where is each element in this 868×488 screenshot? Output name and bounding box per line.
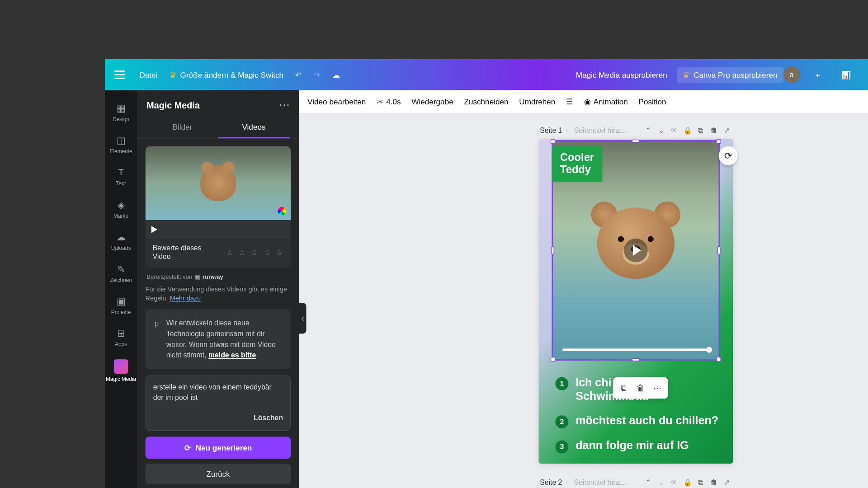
- page-down-button[interactable]: ⌄: [656, 126, 666, 136]
- flip-button[interactable]: Umdrehen: [519, 97, 555, 106]
- resize-handle-tl[interactable]: [551, 139, 556, 144]
- rail-apps[interactable]: ⊞Apps: [105, 321, 137, 353]
- redo-button[interactable]: ↷: [314, 70, 320, 79]
- edit-video-button[interactable]: Video bearbeiten: [307, 97, 366, 106]
- regenerate-button[interactable]: ⟳ Neu generieren: [146, 437, 291, 459]
- tool-rail: ▦Design ◫Elemente TText ◈Marke ☁Uploads …: [105, 90, 137, 488]
- runway-icon: ▣: [195, 273, 200, 280]
- delete-button[interactable]: 🗑: [633, 380, 648, 395]
- title-tag[interactable]: Cooler Teddy: [552, 146, 603, 182]
- crop-button[interactable]: Zuschneiden: [464, 97, 508, 106]
- rail-design[interactable]: ▦Design: [105, 96, 137, 128]
- expand-page-button[interactable]: ⤢: [722, 126, 731, 136]
- list-item[interactable]: 3 dann folge mir auf IG: [555, 439, 721, 453]
- rail-elements[interactable]: ◫Elemente: [105, 128, 137, 160]
- video-thumbnail[interactable]: [146, 146, 291, 220]
- hide-page-button[interactable]: 👁: [670, 478, 679, 488]
- rate-label: Bewerte dieses Video: [152, 244, 221, 261]
- video-play-button[interactable]: [151, 226, 157, 233]
- page-1-label: Seite 1: [540, 127, 562, 135]
- refresh-element-button[interactable]: ⟳: [719, 146, 738, 165]
- trash-icon: 🗑: [637, 383, 645, 393]
- stage[interactable]: Seite 1- Seitentitel hinz... ⌃ ⌄ 👁 🔒 ⧉ 🗑…: [299, 114, 868, 488]
- list-icon[interactable]: ☰: [566, 97, 573, 106]
- hide-page-button[interactable]: 👁: [670, 126, 679, 136]
- regenerate-icon: ⟳: [184, 443, 191, 452]
- prompt-textarea[interactable]: erstelle ein video von einem teddybär de…: [146, 375, 291, 431]
- star-4[interactable]: ☆: [264, 247, 271, 257]
- page-down-button[interactable]: ⌄: [656, 478, 666, 488]
- clear-prompt-button[interactable]: Löschen: [153, 413, 283, 423]
- page-2-title-input[interactable]: Seitentitel hinz...: [571, 478, 640, 488]
- rules-link[interactable]: Mehr dazu: [170, 295, 201, 302]
- resize-handle-b[interactable]: [632, 358, 640, 361]
- star-2[interactable]: ☆: [238, 247, 246, 257]
- delete-page-button[interactable]: 🗑: [709, 478, 718, 488]
- lock-page-button[interactable]: 🔒: [683, 126, 692, 136]
- teddy-preview: [200, 165, 236, 201]
- resize-handle-tr[interactable]: [716, 139, 721, 144]
- playback-button[interactable]: Wiedergabe: [411, 97, 453, 106]
- resize-magic-switch[interactable]: ♛ Größe ändern & Magic Switch: [170, 70, 283, 79]
- rail-draw[interactable]: ✎Zeichnen: [105, 257, 137, 289]
- back-button[interactable]: Zurück: [146, 464, 291, 484]
- rail-brand[interactable]: ◈Marke: [105, 192, 137, 225]
- panel-more-button[interactable]: ⋯: [279, 99, 290, 112]
- star-1[interactable]: ☆: [226, 247, 234, 257]
- rail-text[interactable]: TText: [105, 160, 137, 192]
- page-up-button[interactable]: ⌃: [643, 478, 653, 488]
- rail-projects[interactable]: ▣Projekte: [105, 289, 137, 321]
- page-up-button[interactable]: ⌃: [643, 126, 653, 136]
- more-button[interactable]: ⋯: [650, 380, 665, 395]
- uploads-icon: ☁: [115, 231, 127, 243]
- page-2-label: Seite 2: [540, 479, 562, 487]
- delete-page-button[interactable]: 🗑: [709, 126, 718, 136]
- document-title[interactable]: Magic Media ausprobieren: [576, 70, 667, 79]
- list-item[interactable]: 2 möchtest auch du chillen?: [555, 414, 721, 428]
- copy-button[interactable]: ⧉: [616, 380, 632, 395]
- prompt-text: erstelle ein video von einem teddybär de…: [153, 382, 283, 402]
- crown-icon: ♛: [683, 70, 690, 79]
- animation-icon: ◉: [584, 97, 590, 106]
- trim-duration-button[interactable]: ✂4.0s: [377, 97, 401, 106]
- tab-videos[interactable]: Videos: [218, 117, 289, 139]
- refresh-icon: ⟳: [724, 150, 732, 161]
- try-pro-button[interactable]: ♛ Canva Pro ausprobieren: [677, 66, 783, 83]
- resize-handle-l[interactable]: [551, 246, 554, 254]
- magic-media-icon: [114, 359, 128, 374]
- rail-uploads[interactable]: ☁Uploads: [105, 225, 137, 257]
- rail-magic-media[interactable]: Magic Media: [105, 353, 137, 388]
- resize-handle-t[interactable]: [632, 140, 640, 143]
- magic-media-panel: Magic Media ⋯ Bilder Videos Bewerte dies…: [137, 90, 299, 488]
- undo-button[interactable]: ↶: [295, 70, 302, 79]
- page-1-title-input[interactable]: Seitentitel hinz...: [571, 126, 640, 136]
- star-5[interactable]: ☆: [276, 247, 283, 257]
- add-member-button[interactable]: +: [810, 66, 826, 83]
- position-button[interactable]: Position: [639, 97, 666, 106]
- collapse-panel-button[interactable]: ‹: [299, 303, 307, 334]
- feedback-notice: ⚐ Wir entwickeln diese neue Technologie …: [146, 309, 291, 369]
- color-wheel-icon: [278, 207, 286, 215]
- avatar[interactable]: a: [783, 66, 800, 83]
- animation-button[interactable]: ◉Animation: [584, 97, 628, 106]
- pro-label: Canva Pro ausprobieren: [693, 70, 778, 79]
- insights-button[interactable]: 📊: [835, 66, 857, 83]
- provider-row: Bereitgestellt von ▣ runway: [146, 273, 289, 280]
- lock-page-button[interactable]: 🔒: [683, 478, 692, 488]
- duplicate-page-button[interactable]: ⧉: [696, 478, 705, 488]
- star-3[interactable]: ☆: [251, 247, 259, 257]
- resize-handle-br[interactable]: [716, 357, 721, 362]
- tab-images[interactable]: Bilder: [146, 117, 218, 139]
- resize-handle-r[interactable]: [717, 246, 721, 254]
- resize-handle-bl[interactable]: [551, 357, 556, 362]
- page-1[interactable]: ⟳ Cooler Teddy ⧉ 🗑 ⋯ 1 Ich chiSchwimmbad: [539, 139, 733, 464]
- file-menu[interactable]: Datei: [139, 70, 157, 79]
- cloud-sync-icon[interactable]: ☁: [332, 70, 340, 79]
- duplicate-page-button[interactable]: ⧉: [696, 126, 705, 136]
- hamburger-menu[interactable]: [114, 70, 125, 79]
- generated-video-card[interactable]: Bewerte dieses Video ☆ ☆ ☆ ☆ ☆: [146, 146, 291, 267]
- report-link[interactable]: melde es bitte: [208, 351, 256, 359]
- crown-icon: ♛: [170, 70, 177, 79]
- expand-page-button[interactable]: ⤢: [722, 478, 731, 488]
- provider-name: runway: [203, 273, 223, 280]
